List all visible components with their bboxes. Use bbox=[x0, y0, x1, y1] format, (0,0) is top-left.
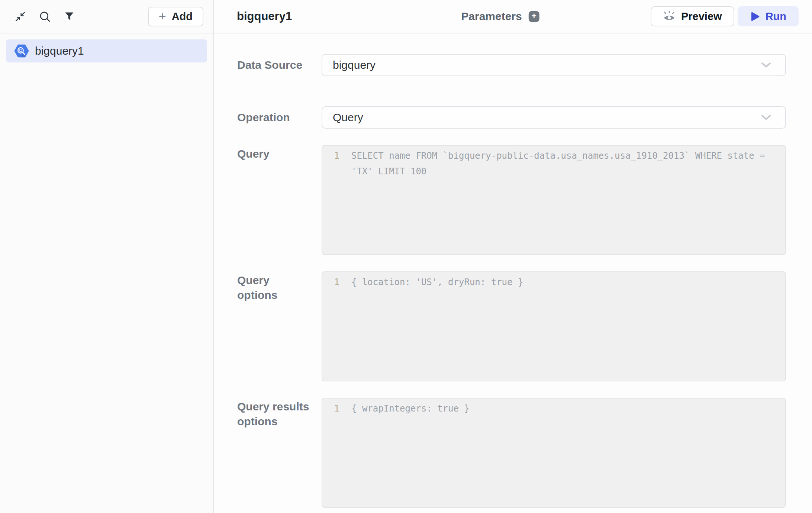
operation-select[interactable]: Query bbox=[322, 106, 786, 129]
plus-icon: + bbox=[159, 11, 166, 21]
form-row-data-source: Data Sourcebigquery bbox=[237, 54, 786, 76]
preview-button-label: Preview bbox=[681, 10, 722, 23]
main-panel: bigquery1 Parameters + bbox=[214, 0, 812, 513]
collapse-panel-button[interactable] bbox=[14, 10, 26, 22]
query-code-editor[interactable]: 1SELECT name FROM `bigquery-public-data.… bbox=[322, 145, 786, 255]
query-options-code-editor[interactable]: 1{ location: 'US', dryRun: true } bbox=[322, 271, 786, 381]
app-root: + Add bigquery1 bigquery1 Parameters bbox=[0, 0, 812, 513]
search-icon bbox=[39, 11, 51, 22]
header-actions: Preview Run bbox=[651, 6, 799, 26]
add-parameter-button[interactable]: + bbox=[529, 11, 539, 22]
query-options-placeholder-text: { location: 'US', dryRun: true } bbox=[351, 274, 785, 290]
form-row-operation: OperationQuery bbox=[237, 106, 786, 129]
collapse-icon bbox=[15, 11, 26, 22]
add-button-label: Add bbox=[172, 10, 193, 23]
field-label-query-results-options: Query results options bbox=[237, 398, 322, 508]
field-query: 1SELECT name FROM `bigquery-public-data.… bbox=[322, 145, 786, 255]
sidebar-item-label: bigquery1 bbox=[35, 45, 84, 57]
form-row-query: Query1SELECT name FROM `bigquery-public-… bbox=[237, 145, 786, 255]
run-button-label: Run bbox=[766, 10, 786, 23]
query-list: bigquery1 bbox=[0, 33, 213, 68]
chevron-down-icon bbox=[761, 114, 771, 120]
data-source-selected-value: bigquery bbox=[333, 59, 761, 71]
play-icon bbox=[750, 12, 760, 22]
sidebar: + Add bigquery1 bbox=[0, 0, 214, 513]
add-query-button[interactable]: + Add bbox=[148, 7, 203, 26]
query-placeholder-text: SELECT name FROM `bigquery-public-data.u… bbox=[351, 148, 785, 179]
field-operation: Query bbox=[322, 106, 786, 129]
query-form: Data SourcebigqueryOperationQueryQuery1S… bbox=[214, 33, 812, 513]
field-label-data-source: Data Source bbox=[237, 58, 322, 72]
field-label-operation: Operation bbox=[237, 110, 322, 125]
field-label-query: Query bbox=[237, 145, 322, 255]
chevron-down-icon bbox=[761, 114, 771, 120]
page-title: bigquery1 bbox=[237, 10, 292, 23]
run-button[interactable]: Run bbox=[738, 6, 799, 26]
eye-icon bbox=[663, 10, 676, 23]
filter-icon bbox=[65, 12, 74, 21]
field-label-query-options: Query options bbox=[237, 271, 322, 381]
operation-selected-value: Query bbox=[333, 111, 761, 124]
sidebar-header: + Add bbox=[0, 0, 213, 33]
query-results-options-code-editor[interactable]: 1{ wrapIntegers: true } bbox=[322, 398, 786, 508]
field-query-results-options: 1{ wrapIntegers: true } bbox=[322, 398, 786, 508]
line-number: 1 bbox=[322, 148, 339, 164]
line-number: 1 bbox=[322, 274, 339, 290]
main-header: bigquery1 Parameters + bbox=[214, 0, 812, 33]
plus-icon: + bbox=[532, 12, 536, 20]
form-row-query-options: Query options1{ location: 'US', dryRun: … bbox=[237, 271, 786, 381]
data-source-select[interactable]: bigquery bbox=[322, 54, 786, 76]
field-data-source: bigquery bbox=[322, 54, 786, 76]
query-results-options-placeholder-text: { wrapIntegers: true } bbox=[351, 401, 785, 416]
filter-button[interactable] bbox=[63, 10, 75, 22]
bigquery-icon bbox=[14, 44, 29, 58]
chevron-down-icon bbox=[761, 62, 771, 68]
sidebar-item-bigquery1[interactable]: bigquery1 bbox=[6, 39, 207, 62]
form-row-query-results-options: Query results options1{ wrapIntegers: tr… bbox=[237, 398, 786, 508]
parameters-label: Parameters bbox=[461, 10, 522, 23]
line-number: 1 bbox=[322, 401, 339, 416]
search-button[interactable] bbox=[39, 10, 51, 22]
parameters-group: Parameters + bbox=[461, 10, 539, 23]
chevron-down-icon bbox=[761, 62, 771, 68]
field-query-options: 1{ location: 'US', dryRun: true } bbox=[322, 271, 786, 381]
preview-button[interactable]: Preview bbox=[651, 6, 734, 26]
